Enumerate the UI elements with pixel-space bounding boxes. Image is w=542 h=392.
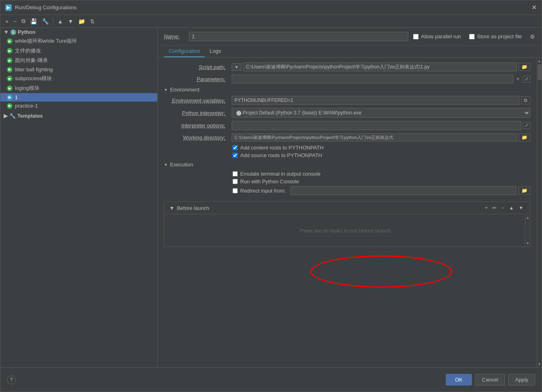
add-source-roots-row: Add source roots to PYTHONPATH <box>233 152 530 158</box>
add-source-roots-checkbox[interactable] <box>233 153 238 158</box>
run-python-console-label: Run with Python Console <box>240 178 299 185</box>
allow-parallel-label: Allow parallel run <box>421 33 461 39</box>
redirect-input-row: Redirect input from: 📁 <box>233 186 530 195</box>
parameters-add-button[interactable]: + <box>515 75 521 83</box>
before-launch-header-left[interactable]: ▼ Before launch <box>169 205 209 211</box>
cancel-button[interactable]: Cancel <box>475 374 505 386</box>
bl-arrow-up[interactable]: ▲ <box>525 214 530 221</box>
item-label: 文件的修改 <box>15 47 41 54</box>
list-item[interactable]: ▶ 面向对象-继承 <box>0 56 157 65</box>
item-icon: ▶ <box>7 95 12 100</box>
python-section[interactable]: ▼ 🐍 Python <box>0 28 157 36</box>
before-launch-header: ▼ Before launch + ✏ − ▲ ▼ <box>164 202 530 214</box>
interpreter-options-input[interactable] <box>232 121 521 130</box>
script-path-input[interactable] <box>243 62 517 71</box>
emulate-terminal-row: Emulate terminal in output console <box>233 171 530 177</box>
emulate-terminal-checkbox[interactable] <box>233 171 238 176</box>
execution-section-header[interactable]: ▼ Execution <box>164 162 530 168</box>
ok-button[interactable]: OK <box>446 374 472 386</box>
folder-button[interactable]: 📁 <box>77 17 87 25</box>
checkboxes-row: Allow parallel run Store as project file… <box>413 33 535 40</box>
run-python-console-checkbox[interactable] <box>233 179 238 184</box>
copy-config-button[interactable]: ⧉ <box>20 17 27 25</box>
parameters-input[interactable] <box>232 75 513 83</box>
settings-config-button[interactable]: 🔧 <box>40 17 50 25</box>
name-input[interactable] <box>189 32 408 41</box>
scroll-thumb <box>538 64 542 80</box>
footer: ? OK Cancel Apply <box>0 367 542 392</box>
allow-parallel-checkbox[interactable] <box>413 34 419 39</box>
before-launch-scrollbar: ▲ ▼ <box>525 214 530 247</box>
before-launch-section: ▼ Before launch + ✏ − ▲ ▼ <box>164 201 530 247</box>
working-dir-row: Working directory: 📁 <box>164 133 530 141</box>
left-panel: ▼ 🐍 Python ▶ while循环和while Ture循环 ▶ 文件的修… <box>0 28 158 367</box>
working-dir-input[interactable] <box>232 133 517 141</box>
redirect-input-field[interactable] <box>291 186 516 195</box>
store-project-file-checkbox-item[interactable]: Store as project file <box>469 33 522 39</box>
config-area: Script path: ▼ 📁 Parameters: <box>158 58 537 367</box>
working-dir-label: Working directory: <box>164 135 228 141</box>
interpreter-select[interactable]: ⬤ Project Default (Python 3.7 (base)) E:… <box>232 108 530 118</box>
working-dir-folder-button[interactable]: 📁 <box>519 133 530 141</box>
list-item[interactable]: ▶ practice-1 <box>0 102 157 110</box>
add-source-roots-label: Add source roots to PYTHONPATH <box>240 152 322 158</box>
before-launch-add-button[interactable]: + <box>483 204 489 212</box>
before-launch-triangle: ▼ <box>169 205 174 211</box>
redirect-input-label: Redirect input from: <box>240 188 286 194</box>
python-section-arrow: ▼ <box>4 29 9 35</box>
list-item[interactable]: ▶ loging模块 <box>0 83 157 93</box>
templates-section[interactable]: ▶ 🔧 Templates <box>0 112 157 120</box>
before-launch-edit-button[interactable]: ✏ <box>491 204 498 212</box>
list-item[interactable]: ▶ 文件的修改 <box>0 46 157 56</box>
before-launch-up-button[interactable]: ▲ <box>507 204 515 212</box>
store-project-file-checkbox[interactable] <box>469 34 475 39</box>
script-path-row: Script path: ▼ 📁 <box>164 62 530 71</box>
move-down-button[interactable]: ▼ <box>66 17 75 25</box>
item-label: while循环和while Ture循环 <box>15 37 77 45</box>
scroll-track[interactable] <box>537 64 542 361</box>
sort-button[interactable]: ⇅ <box>88 17 96 25</box>
bl-arrow-down[interactable]: ▼ <box>525 240 530 247</box>
close-button[interactable]: ✕ <box>532 4 537 11</box>
remove-config-button[interactable]: − <box>12 17 18 25</box>
help-button[interactable]: ? <box>7 375 16 384</box>
tab-logs[interactable]: Logs <box>205 46 226 57</box>
add-config-button[interactable]: + <box>4 17 10 25</box>
env-vars-copy-button[interactable]: ⧉ <box>521 96 530 104</box>
before-launch-remove-button[interactable]: − <box>500 204 506 212</box>
list-item[interactable]: ▶ while循环和while Ture循环 <box>0 36 157 46</box>
templates-section-arrow: ▶ <box>4 113 8 119</box>
add-content-roots-label: Add content roots to PYTHONPATH <box>240 145 324 151</box>
interpreter-row: Python interpreter: ⬤ Project Default (P… <box>164 108 530 118</box>
right-scrollbar[interactable]: ▲ ▼ <box>537 58 542 367</box>
right-panel: Name: Allow parallel run Store as projec… <box>158 28 542 367</box>
list-item-selected[interactable]: ▶ 1 <box>0 93 157 102</box>
environment-section-header[interactable]: ▼ Environment <box>164 87 530 93</box>
env-vars-input[interactable] <box>232 96 519 105</box>
apply-button[interactable]: Apply <box>508 374 535 386</box>
scroll-down-arrow[interactable]: ▼ <box>537 361 542 367</box>
gear-icon[interactable]: ⚙ <box>530 33 535 40</box>
add-content-roots-checkbox[interactable] <box>233 145 238 150</box>
tab-configuration[interactable]: Configuration <box>164 46 205 57</box>
run-python-console-row: Run with Python Console <box>233 178 530 185</box>
item-label: subprocess模块 <box>15 75 52 82</box>
env-vars-label: Environment variables: <box>164 97 228 104</box>
allow-parallel-checkbox-item[interactable]: Allow parallel run <box>413 33 461 39</box>
move-up-button[interactable]: ▲ <box>56 17 64 25</box>
script-path-folder-button[interactable]: 📁 <box>519 63 530 71</box>
script-path-dropdown[interactable]: ▼ <box>232 63 241 71</box>
item-label: 1 <box>15 94 18 100</box>
parameters-expand-button[interactable]: ⤢ <box>523 76 530 83</box>
python-section-icon: 🐍 <box>10 29 16 35</box>
item-icon: ▶ <box>7 38 12 44</box>
before-launch-down-button[interactable]: ▼ <box>517 204 525 212</box>
emulate-terminal-label: Emulate terminal in output console <box>240 171 320 177</box>
scroll-up-arrow[interactable]: ▲ <box>537 58 542 64</box>
list-item[interactable]: ▶ subprocess模块 <box>0 74 157 83</box>
redirect-input-checkbox[interactable] <box>233 188 238 193</box>
redirect-input-folder-button[interactable]: 📁 <box>519 187 530 195</box>
save-config-button[interactable]: 💾 <box>29 17 39 25</box>
list-item[interactable]: ▶ litter ball fighting <box>0 65 157 74</box>
interpreter-options-expand[interactable]: ⤢ <box>523 122 530 129</box>
